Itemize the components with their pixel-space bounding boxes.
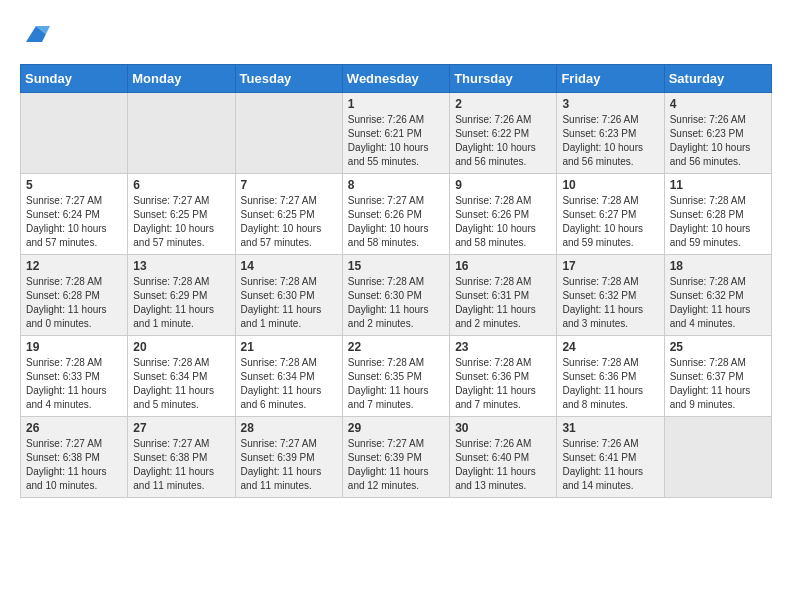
day-info: Sunrise: 7:28 AMSunset: 6:37 PMDaylight:… xyxy=(670,356,766,412)
day-number: 10 xyxy=(562,178,658,192)
weekday-header-saturday: Saturday xyxy=(664,65,771,93)
day-number: 28 xyxy=(241,421,337,435)
day-number: 2 xyxy=(455,97,551,111)
calendar-day-cell: 21Sunrise: 7:28 AMSunset: 6:34 PMDayligh… xyxy=(235,336,342,417)
day-number: 11 xyxy=(670,178,766,192)
weekday-header-friday: Friday xyxy=(557,65,664,93)
calendar-day-cell: 28Sunrise: 7:27 AMSunset: 6:39 PMDayligh… xyxy=(235,417,342,498)
day-number: 22 xyxy=(348,340,444,354)
calendar-week-row: 26Sunrise: 7:27 AMSunset: 6:38 PMDayligh… xyxy=(21,417,772,498)
calendar-day-cell: 10Sunrise: 7:28 AMSunset: 6:27 PMDayligh… xyxy=(557,174,664,255)
day-number: 20 xyxy=(133,340,229,354)
day-number: 17 xyxy=(562,259,658,273)
calendar-day-cell: 29Sunrise: 7:27 AMSunset: 6:39 PMDayligh… xyxy=(342,417,449,498)
calendar-day-cell: 26Sunrise: 7:27 AMSunset: 6:38 PMDayligh… xyxy=(21,417,128,498)
day-info: Sunrise: 7:28 AMSunset: 6:30 PMDaylight:… xyxy=(348,275,444,331)
weekday-header-wednesday: Wednesday xyxy=(342,65,449,93)
calendar-day-cell: 23Sunrise: 7:28 AMSunset: 6:36 PMDayligh… xyxy=(450,336,557,417)
calendar-week-row: 12Sunrise: 7:28 AMSunset: 6:28 PMDayligh… xyxy=(21,255,772,336)
calendar-day-cell: 30Sunrise: 7:26 AMSunset: 6:40 PMDayligh… xyxy=(450,417,557,498)
calendar-day-cell: 3Sunrise: 7:26 AMSunset: 6:23 PMDaylight… xyxy=(557,93,664,174)
calendar-day-cell: 12Sunrise: 7:28 AMSunset: 6:28 PMDayligh… xyxy=(21,255,128,336)
day-info: Sunrise: 7:28 AMSunset: 6:30 PMDaylight:… xyxy=(241,275,337,331)
day-info: Sunrise: 7:26 AMSunset: 6:21 PMDaylight:… xyxy=(348,113,444,169)
calendar-day-cell: 25Sunrise: 7:28 AMSunset: 6:37 PMDayligh… xyxy=(664,336,771,417)
day-info: Sunrise: 7:28 AMSunset: 6:35 PMDaylight:… xyxy=(348,356,444,412)
day-number: 19 xyxy=(26,340,122,354)
weekday-header-monday: Monday xyxy=(128,65,235,93)
day-info: Sunrise: 7:27 AMSunset: 6:39 PMDaylight:… xyxy=(241,437,337,493)
day-info: Sunrise: 7:28 AMSunset: 6:29 PMDaylight:… xyxy=(133,275,229,331)
calendar-day-cell: 15Sunrise: 7:28 AMSunset: 6:30 PMDayligh… xyxy=(342,255,449,336)
page-header xyxy=(20,20,772,48)
calendar-week-row: 1Sunrise: 7:26 AMSunset: 6:21 PMDaylight… xyxy=(21,93,772,174)
day-number: 14 xyxy=(241,259,337,273)
day-number: 29 xyxy=(348,421,444,435)
day-info: Sunrise: 7:26 AMSunset: 6:23 PMDaylight:… xyxy=(562,113,658,169)
day-number: 30 xyxy=(455,421,551,435)
calendar-day-cell: 16Sunrise: 7:28 AMSunset: 6:31 PMDayligh… xyxy=(450,255,557,336)
day-number: 7 xyxy=(241,178,337,192)
day-number: 16 xyxy=(455,259,551,273)
calendar-day-cell xyxy=(664,417,771,498)
calendar-day-cell: 6Sunrise: 7:27 AMSunset: 6:25 PMDaylight… xyxy=(128,174,235,255)
day-number: 9 xyxy=(455,178,551,192)
day-number: 24 xyxy=(562,340,658,354)
day-info: Sunrise: 7:28 AMSunset: 6:36 PMDaylight:… xyxy=(562,356,658,412)
logo xyxy=(20,20,50,48)
day-info: Sunrise: 7:27 AMSunset: 6:39 PMDaylight:… xyxy=(348,437,444,493)
calendar-day-cell xyxy=(235,93,342,174)
calendar-day-cell: 22Sunrise: 7:28 AMSunset: 6:35 PMDayligh… xyxy=(342,336,449,417)
day-info: Sunrise: 7:28 AMSunset: 6:28 PMDaylight:… xyxy=(670,194,766,250)
day-info: Sunrise: 7:28 AMSunset: 6:32 PMDaylight:… xyxy=(670,275,766,331)
calendar-day-cell: 24Sunrise: 7:28 AMSunset: 6:36 PMDayligh… xyxy=(557,336,664,417)
calendar-day-cell: 1Sunrise: 7:26 AMSunset: 6:21 PMDaylight… xyxy=(342,93,449,174)
day-number: 23 xyxy=(455,340,551,354)
day-info: Sunrise: 7:28 AMSunset: 6:34 PMDaylight:… xyxy=(133,356,229,412)
weekday-header-tuesday: Tuesday xyxy=(235,65,342,93)
day-info: Sunrise: 7:26 AMSunset: 6:40 PMDaylight:… xyxy=(455,437,551,493)
day-info: Sunrise: 7:27 AMSunset: 6:25 PMDaylight:… xyxy=(133,194,229,250)
weekday-header-sunday: Sunday xyxy=(21,65,128,93)
calendar-day-cell: 2Sunrise: 7:26 AMSunset: 6:22 PMDaylight… xyxy=(450,93,557,174)
day-info: Sunrise: 7:28 AMSunset: 6:32 PMDaylight:… xyxy=(562,275,658,331)
day-number: 15 xyxy=(348,259,444,273)
calendar-week-row: 19Sunrise: 7:28 AMSunset: 6:33 PMDayligh… xyxy=(21,336,772,417)
calendar-day-cell: 13Sunrise: 7:28 AMSunset: 6:29 PMDayligh… xyxy=(128,255,235,336)
calendar-day-cell: 5Sunrise: 7:27 AMSunset: 6:24 PMDaylight… xyxy=(21,174,128,255)
day-info: Sunrise: 7:28 AMSunset: 6:34 PMDaylight:… xyxy=(241,356,337,412)
calendar-day-cell xyxy=(21,93,128,174)
day-number: 4 xyxy=(670,97,766,111)
calendar-day-cell: 14Sunrise: 7:28 AMSunset: 6:30 PMDayligh… xyxy=(235,255,342,336)
logo-icon xyxy=(22,20,50,48)
day-number: 6 xyxy=(133,178,229,192)
day-number: 31 xyxy=(562,421,658,435)
calendar-day-cell: 19Sunrise: 7:28 AMSunset: 6:33 PMDayligh… xyxy=(21,336,128,417)
day-info: Sunrise: 7:28 AMSunset: 6:31 PMDaylight:… xyxy=(455,275,551,331)
calendar-table: SundayMondayTuesdayWednesdayThursdayFrid… xyxy=(20,64,772,498)
weekday-header-row: SundayMondayTuesdayWednesdayThursdayFrid… xyxy=(21,65,772,93)
calendar-day-cell: 17Sunrise: 7:28 AMSunset: 6:32 PMDayligh… xyxy=(557,255,664,336)
day-info: Sunrise: 7:27 AMSunset: 6:25 PMDaylight:… xyxy=(241,194,337,250)
day-info: Sunrise: 7:27 AMSunset: 6:38 PMDaylight:… xyxy=(133,437,229,493)
day-number: 18 xyxy=(670,259,766,273)
day-number: 8 xyxy=(348,178,444,192)
calendar-day-cell: 9Sunrise: 7:28 AMSunset: 6:26 PMDaylight… xyxy=(450,174,557,255)
calendar-day-cell: 11Sunrise: 7:28 AMSunset: 6:28 PMDayligh… xyxy=(664,174,771,255)
day-number: 5 xyxy=(26,178,122,192)
day-info: Sunrise: 7:28 AMSunset: 6:26 PMDaylight:… xyxy=(455,194,551,250)
calendar-day-cell: 4Sunrise: 7:26 AMSunset: 6:23 PMDaylight… xyxy=(664,93,771,174)
day-number: 26 xyxy=(26,421,122,435)
day-number: 12 xyxy=(26,259,122,273)
calendar-week-row: 5Sunrise: 7:27 AMSunset: 6:24 PMDaylight… xyxy=(21,174,772,255)
day-info: Sunrise: 7:26 AMSunset: 6:41 PMDaylight:… xyxy=(562,437,658,493)
calendar-day-cell: 27Sunrise: 7:27 AMSunset: 6:38 PMDayligh… xyxy=(128,417,235,498)
calendar-day-cell xyxy=(128,93,235,174)
calendar-day-cell: 7Sunrise: 7:27 AMSunset: 6:25 PMDaylight… xyxy=(235,174,342,255)
day-number: 27 xyxy=(133,421,229,435)
day-info: Sunrise: 7:26 AMSunset: 6:22 PMDaylight:… xyxy=(455,113,551,169)
calendar-day-cell: 18Sunrise: 7:28 AMSunset: 6:32 PMDayligh… xyxy=(664,255,771,336)
day-info: Sunrise: 7:28 AMSunset: 6:36 PMDaylight:… xyxy=(455,356,551,412)
weekday-header-thursday: Thursday xyxy=(450,65,557,93)
day-info: Sunrise: 7:27 AMSunset: 6:26 PMDaylight:… xyxy=(348,194,444,250)
